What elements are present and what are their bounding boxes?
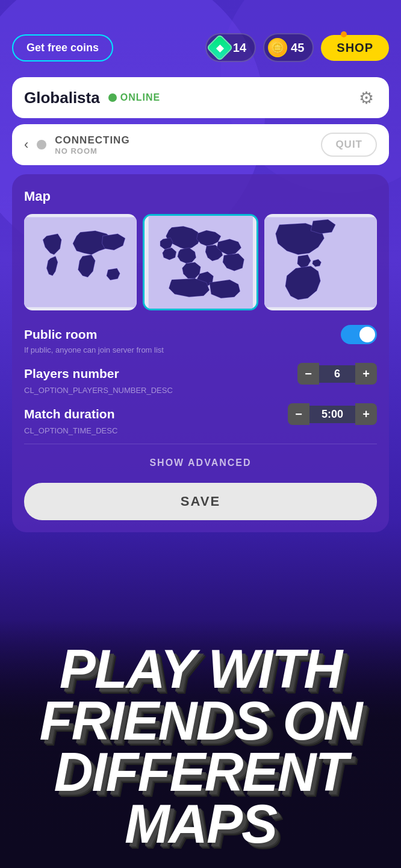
map-thumb-europe[interactable]: [143, 214, 259, 310]
players-number-desc: CL_OPTION_PLAYERS_NUMBER_DESC: [24, 386, 377, 395]
promo-line1: PLAY WITH: [12, 644, 389, 696]
public-room-desc: If public, anyone can join server from l…: [24, 345, 377, 354]
bottom-promo: PLAY WITH FRIENDS ON DIFFERENT MAPS: [0, 620, 401, 868]
show-advanced-button[interactable]: SHOW ADVANCED: [24, 453, 377, 473]
players-stepper: − 6 +: [297, 363, 377, 385]
currency-group: ◆ 14 🪙 45 SHOP: [205, 33, 389, 62]
duration-increase-button[interactable]: +: [355, 403, 377, 425]
map-section-label: Map: [24, 189, 377, 204]
match-duration-desc: CL_OPTION_TIME_DESC: [24, 426, 377, 435]
public-room-toggle[interactable]: [341, 325, 377, 344]
gem-icon: ◆: [206, 34, 233, 61]
back-button[interactable]: ‹: [24, 137, 28, 153]
status-bar: Globalista ONLINE ⚙: [12, 77, 389, 118]
coins-count: 45: [291, 41, 304, 55]
promo-line3: DIFFERENT MAPS: [12, 747, 389, 850]
map-thumb-americas[interactable]: [264, 214, 377, 310]
players-decrease-button[interactable]: −: [297, 363, 319, 385]
players-increase-button[interactable]: +: [355, 363, 377, 385]
connecting-status: CONNECTING: [55, 134, 312, 146]
public-room-option: Public room If public, anyone can join s…: [24, 325, 377, 354]
public-room-row: Public room: [24, 325, 377, 344]
online-text: ONLINE: [120, 92, 160, 103]
map-selector: [24, 214, 377, 310]
promo-text: PLAY WITH FRIENDS ON DIFFERENT MAPS: [12, 644, 389, 850]
quit-button[interactable]: QUIT: [321, 133, 377, 157]
players-number-row: Players number − 6 +: [24, 363, 377, 385]
coin-icon: 🪙: [268, 38, 287, 57]
free-coins-button[interactable]: Get free coins: [12, 34, 113, 61]
status-left: Globalista ONLINE: [24, 89, 160, 107]
divider: [24, 444, 377, 444]
players-number-option: Players number − 6 + CL_OPTION_PLAYERS_N…: [24, 363, 377, 395]
shop-button[interactable]: SHOP: [321, 35, 389, 61]
online-indicator: ONLINE: [108, 92, 160, 103]
players-number-label: Players number: [24, 366, 119, 381]
connecting-text: CONNECTING NO ROOM: [55, 134, 312, 156]
connecting-bar: ‹ CONNECTING NO ROOM QUIT: [12, 124, 389, 165]
main-card: Map: [12, 174, 389, 532]
duration-value: 5:00: [309, 406, 355, 423]
players-value: 6: [319, 365, 355, 383]
promo-line2: FRIENDS ON: [12, 696, 389, 747]
room-status: NO ROOM: [55, 146, 312, 156]
duration-stepper: − 5:00 +: [288, 403, 377, 425]
match-duration-option: Match duration − 5:00 + CL_OPTION_TIME_D…: [24, 403, 377, 435]
game-title: Globalista: [24, 89, 100, 107]
online-dot: [108, 93, 117, 102]
duration-decrease-button[interactable]: −: [288, 403, 309, 425]
settings-icon[interactable]: ⚙: [355, 87, 377, 108]
public-room-label: Public room: [24, 327, 97, 342]
match-duration-row: Match duration − 5:00 +: [24, 403, 377, 425]
coins-pill: 🪙 45: [263, 33, 314, 62]
match-duration-label: Match duration: [24, 407, 115, 421]
decoration-dot: [341, 31, 347, 37]
toggle-knob: [359, 327, 375, 342]
map-thumb-world[interactable]: [24, 214, 137, 310]
gems-pill: ◆ 14: [205, 33, 256, 62]
save-button[interactable]: SAVE: [24, 483, 377, 520]
connecting-dot: [37, 140, 46, 149]
gems-count: 14: [233, 41, 246, 55]
